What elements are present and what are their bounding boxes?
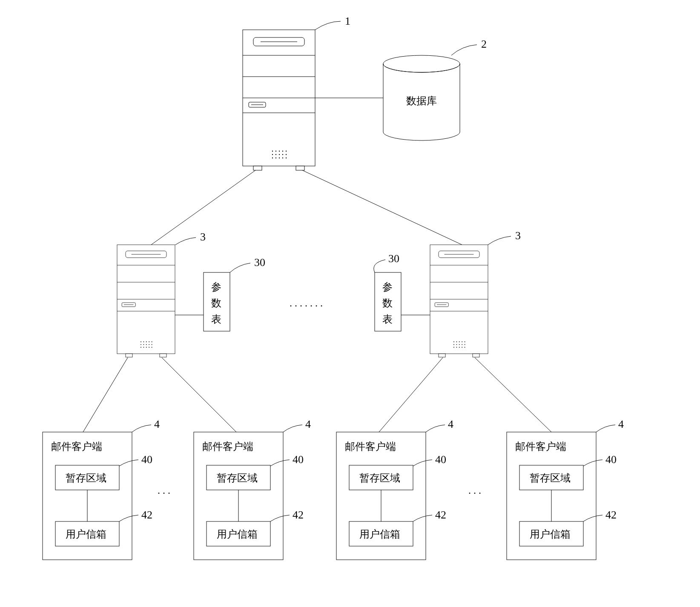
label-40-1: 40 (141, 453, 152, 466)
svg-text:用户信箱: 用户信箱 (359, 529, 400, 540)
link-subR-c3 (379, 358, 443, 432)
svg-text:邮件客户端: 邮件客户端 (515, 441, 566, 452)
ellipsis-1: . . . (158, 485, 170, 496)
label-4-4: 4 (618, 418, 624, 430)
svg-text:邮件客户端: 邮件客户端 (51, 441, 102, 452)
svg-text:用户信箱: 用户信箱 (217, 529, 258, 540)
link-subL-c1 (83, 358, 128, 432)
label-42-3: 42 (435, 509, 446, 521)
svg-text:表: 表 (211, 314, 221, 325)
label-42-2: 42 (293, 509, 304, 521)
callout-paramL (230, 263, 250, 272)
link-main-right (302, 170, 462, 245)
callout-subL (175, 238, 196, 245)
label-40-3: 40 (435, 453, 446, 466)
label-3-right: 3 (515, 229, 521, 242)
label-4-1: 4 (154, 418, 160, 430)
mail-client-3: 邮件客户端 暂存区域 用户信箱 (336, 432, 426, 560)
label-30-right: 30 (388, 252, 399, 265)
dots-between-servers: . . . . . . . (290, 298, 323, 309)
label-42-1: 42 (141, 509, 152, 521)
svg-text:用户信箱: 用户信箱 (66, 529, 106, 540)
svg-text:邮件客户端: 邮件客户端 (202, 441, 253, 452)
svg-text:表: 表 (382, 314, 393, 325)
link-subL-c2 (162, 358, 236, 432)
svg-text:暂存区域: 暂存区域 (217, 472, 258, 484)
svg-text:暂存区域: 暂存区域 (66, 472, 106, 484)
svg-text:用户信箱: 用户信箱 (530, 529, 571, 540)
svg-text:数: 数 (211, 298, 221, 309)
label-4-2: 4 (305, 418, 311, 430)
svg-text:数: 数 (382, 298, 393, 309)
label-3-left: 3 (200, 231, 206, 243)
callout-paramR (374, 260, 385, 272)
ellipsis-2: . . . (468, 485, 481, 496)
param-table-right: 参 数 表 (375, 272, 401, 331)
callout-db (451, 45, 477, 55)
mail-client-4: 邮件客户端 暂存区域 用户信箱 (507, 432, 596, 560)
svg-text:暂存区域: 暂存区域 (359, 472, 400, 484)
svg-text:暂存区域: 暂存区域 (530, 472, 571, 484)
database-icon: 数据库 (383, 55, 460, 140)
label-2: 2 (481, 38, 487, 50)
callout-subR (488, 236, 511, 245)
callout-main-server (315, 21, 341, 30)
param-table-left: 参 数 表 (204, 272, 230, 331)
sub-server-right (430, 245, 488, 357)
label-4-3: 4 (448, 418, 453, 430)
svg-text:参: 参 (382, 281, 393, 292)
sub-server-left (117, 245, 175, 357)
main-server (243, 30, 315, 170)
label-40-2: 40 (293, 453, 304, 466)
svg-text:邮件客户端: 邮件客户端 (345, 441, 396, 452)
svg-text:参: 参 (211, 281, 221, 292)
label-30-left: 30 (254, 256, 265, 269)
label-40-4: 40 (605, 453, 617, 466)
mail-client-2: 邮件客户端 暂存区域 用户信箱 (194, 432, 283, 560)
database-text: 数据库 (406, 95, 437, 106)
mail-client-1: 邮件客户端 暂存区域 用户信箱 (43, 432, 132, 560)
link-subR-c4 (475, 358, 551, 432)
label-42-4: 42 (605, 509, 617, 521)
label-1: 1 (345, 15, 350, 27)
